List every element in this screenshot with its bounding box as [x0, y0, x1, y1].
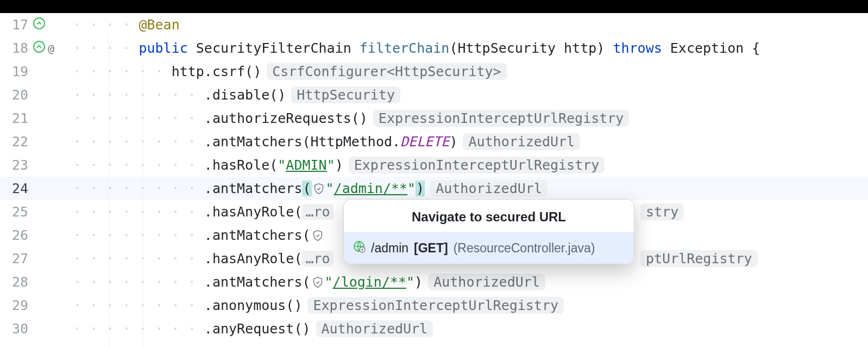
code-line[interactable]: 22 · · · · · · · · .antMatchers(HttpMeth… [0, 130, 868, 153]
svg-point-0 [34, 18, 45, 29]
annotation-bean: @Bean [139, 17, 179, 33]
popup-item[interactable]: /admin [GET] (ResourceController.java) [344, 232, 634, 264]
code-line[interactable]: 23 · · · · · · · · .hasRole("ADMIN") Exp… [0, 153, 868, 177]
code-line[interactable]: 30 · · · · · · · · .anyRequest() Authori… [0, 317, 868, 340]
run-icon[interactable] [33, 40, 46, 57]
line-number: 30 [0, 321, 30, 337]
url-pattern-admin[interactable]: /admin/** [334, 181, 407, 196]
at-icon[interactable]: @ [48, 42, 54, 55]
code-line[interactable]: 19 · · · · · · http.csrf() CsrfConfigure… [0, 60, 868, 83]
popup-title: Navigate to secured URL [344, 200, 634, 232]
line-number: 28 [0, 274, 30, 290]
bracket-highlight: ) [416, 181, 425, 196]
line-number: 20 [0, 87, 30, 103]
type-hint: AuthorizedUrl [463, 133, 580, 150]
svg-point-1 [34, 41, 45, 52]
gutter[interactable]: 17 [0, 17, 73, 33]
code-line[interactable]: 18 @ · · · · public SecurityFilterChain … [0, 36, 868, 60]
line-number: 24 [0, 181, 30, 196]
shield-icon[interactable] [313, 183, 325, 195]
code-line[interactable]: 17 · · · · @Bean [0, 13, 868, 36]
navigate-popup: Navigate to secured URL /admin [GET] (Re… [343, 199, 634, 264]
code-editor[interactable]: 17 · · · · @Bean 18 @ · · · · publ [0, 13, 868, 340]
popup-path: /admin [371, 241, 408, 256]
type-hint: AuthorizedUrl [316, 320, 433, 337]
bracket-highlight: ( [302, 181, 311, 196]
indent-guide [142, 60, 143, 347]
line-number: 25 [0, 204, 30, 220]
line-number: 17 [0, 17, 30, 33]
keyword-public: public [139, 40, 187, 56]
enum-delete: DELETE [400, 134, 449, 150]
code-line[interactable]: 20 · · · · · · · · .disable() HttpSecuri… [0, 83, 868, 107]
type-hint: ptUrlRegistry [640, 250, 758, 267]
code-line[interactable]: 21 · · · · · · · · .authorizeRequests() … [0, 107, 868, 130]
keyword-throws: throws [613, 40, 662, 56]
method-name: filterChain [360, 40, 450, 56]
shield-icon[interactable] [312, 276, 324, 288]
line-number: 23 [0, 157, 30, 173]
code-line[interactable]: 29 · · · · · · · · .anonymous() Expressi… [0, 294, 868, 317]
type-hint: AuthorizedUrl [428, 274, 545, 290]
indent-guide [109, 36, 109, 347]
line-number: 19 [0, 64, 30, 79]
line-number: 18 [0, 40, 30, 56]
type-hint: ExpressionInterceptUrlRegistry [373, 110, 630, 127]
popup-method: [GET] [414, 241, 448, 256]
type-hint: ExpressionInterceptUrlRegistry [307, 297, 564, 314]
globe-icon [353, 240, 366, 256]
type-hint: ExpressionInterceptUrlRegistry [349, 157, 605, 174]
gutter[interactable]: 18 @ [0, 40, 73, 57]
code-line[interactable]: 28 · · · · · · · · .antMatchers( "/login… [0, 270, 868, 294]
window-black-bar [0, 0, 868, 13]
line-number: 21 [0, 110, 30, 126]
code-line-current[interactable]: 24 · · · · · · · · .antMatchers( "/admin… [0, 177, 868, 200]
line-number: 22 [0, 134, 30, 150]
line-number: 26 [0, 227, 30, 243]
run-icon[interactable] [33, 17, 46, 33]
line-number: 29 [0, 298, 30, 313]
type-hint: AuthorizedUrl [430, 180, 548, 197]
type-hint: CsrfConfigurer<HttpSecurity> [267, 63, 506, 80]
code-fold[interactable]: …ro [302, 251, 333, 267]
type-hint: HttpSecurity [291, 86, 400, 103]
popup-location: (ResourceController.java) [454, 241, 595, 256]
shield-icon[interactable] [312, 230, 324, 241]
url-pattern-login[interactable]: /login/** [333, 274, 406, 290]
type-hint: stry [640, 203, 684, 220]
line-number: 27 [0, 251, 30, 267]
code-fold[interactable]: …ro [302, 204, 333, 220]
